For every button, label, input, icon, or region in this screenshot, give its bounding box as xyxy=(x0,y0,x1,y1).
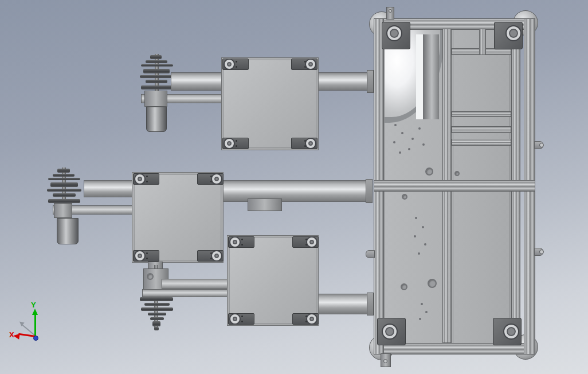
x-axis-label: X xyxy=(9,330,14,339)
y-axis-label: Y xyxy=(31,301,36,309)
cad-viewport[interactable]: Y X xyxy=(0,0,588,374)
origin-dot xyxy=(33,336,38,341)
coordinate-triad: Y X xyxy=(0,0,588,374)
y-axis-arrowhead xyxy=(32,309,38,315)
y-axis-line[interactable] xyxy=(34,315,36,338)
